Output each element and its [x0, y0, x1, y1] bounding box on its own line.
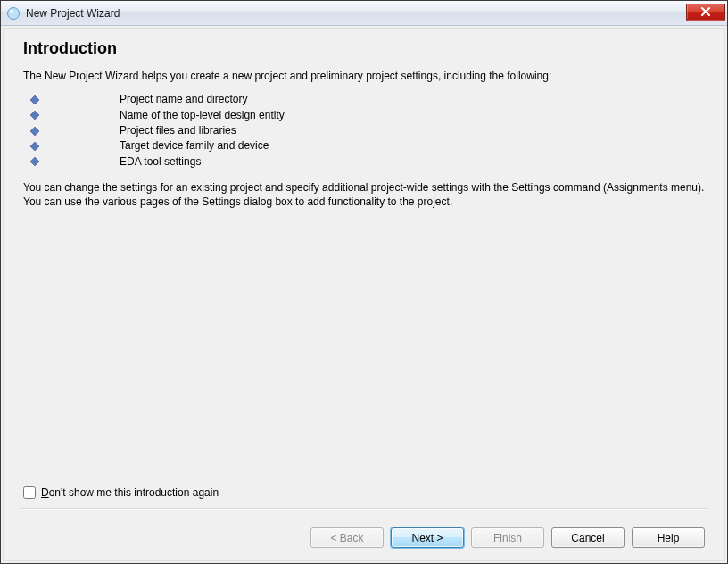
diamond-bullet-icon	[30, 111, 39, 120]
svg-point-0	[8, 7, 20, 19]
svg-marker-6	[30, 157, 39, 166]
diamond-bullet-icon	[30, 95, 39, 104]
bullet-list: Project name and directory Name of the t…	[23, 92, 705, 170]
close-icon	[701, 7, 710, 16]
svg-marker-3	[30, 111, 39, 120]
list-item: Target device family and device	[23, 138, 705, 153]
svg-marker-2	[30, 95, 39, 104]
window-title: New Project Wizard	[26, 7, 686, 20]
bullet-text: Project name and directory	[120, 92, 247, 107]
list-item: Project files and libraries	[23, 123, 705, 138]
cancel-button[interactable]: Cancel	[551, 527, 625, 548]
next-text: ext >	[419, 532, 443, 544]
diamond-bullet-icon	[30, 157, 39, 166]
finish-accel: F	[493, 532, 500, 544]
list-item: Project name and directory	[23, 92, 705, 107]
client-area: Introduction The New Project Wizard help…	[1, 26, 727, 563]
dont-show-text: on't show me this introduction again	[49, 486, 219, 499]
list-item: Name of the top-level design entity	[23, 108, 705, 123]
wizard-window: New Project Wizard Introduction The New …	[0, 0, 728, 564]
help-accel: H	[658, 532, 666, 544]
separator	[20, 508, 708, 510]
list-item: EDA tool settings	[23, 154, 705, 170]
bullet-text: Project files and libraries	[120, 123, 236, 138]
button-row: < Back Next > Finish Cancel Help	[4, 517, 724, 560]
titlebar: New Project Wizard	[1, 1, 727, 26]
app-icon	[6, 6, 21, 21]
finish-text: inish	[500, 532, 522, 544]
dont-show-row: Don't show me this introduction again	[23, 486, 705, 499]
svg-point-1	[10, 10, 13, 13]
help-text: elp	[665, 532, 679, 544]
description-text: You can change the settings for an exist…	[23, 180, 705, 209]
svg-marker-4	[30, 127, 39, 136]
svg-marker-5	[30, 142, 39, 151]
help-button[interactable]: Help	[632, 527, 705, 548]
dont-show-label[interactable]: Don't show me this introduction again	[41, 486, 219, 499]
content-area: Introduction The New Project Wizard help…	[4, 29, 724, 517]
bullet-text: Name of the top-level design entity	[120, 108, 285, 123]
next-button[interactable]: Next >	[391, 527, 464, 548]
bullet-text: EDA tool settings	[120, 154, 201, 170]
spacer	[23, 210, 705, 486]
diamond-bullet-icon	[30, 142, 39, 151]
dont-show-accel: D	[41, 486, 49, 499]
next-accel: N	[411, 532, 419, 544]
back-button: < Back	[310, 527, 384, 548]
diamond-bullet-icon	[30, 127, 39, 136]
close-button[interactable]	[686, 4, 725, 21]
dont-show-checkbox[interactable]	[23, 486, 36, 499]
intro-text: The New Project Wizard helps you create …	[23, 69, 705, 83]
inner-panel: Introduction The New Project Wizard help…	[3, 28, 725, 561]
page-title: Introduction	[23, 39, 705, 58]
bullet-text: Target device family and device	[120, 138, 269, 153]
finish-button: Finish	[471, 527, 544, 548]
